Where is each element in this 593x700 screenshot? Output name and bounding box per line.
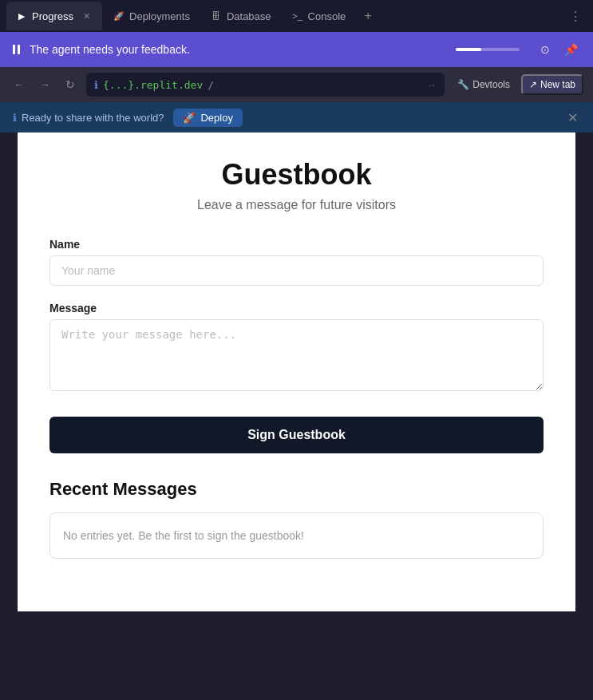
deploy-button-label: Deploy: [200, 112, 232, 124]
deploy-bar-close-button[interactable]: ✕: [564, 109, 580, 125]
address-info-icon: ℹ: [94, 79, 98, 91]
page-title: Guestbook: [49, 158, 544, 192]
empty-state-text: No entries yet. Be the first to sign the…: [63, 529, 304, 542]
forward-button[interactable]: →: [35, 75, 54, 94]
agent-feedback-bar: The agent needs your feedback. ⊙ 📌: [0, 32, 593, 67]
message-input[interactable]: [49, 319, 544, 391]
add-tab-button[interactable]: +: [357, 5, 379, 27]
address-forward-icon: →: [426, 79, 437, 91]
deployments-tab-icon: 🚀: [113, 10, 125, 22]
deploy-bar: ℹ Ready to share with the world? 🚀 Deplo…: [0, 102, 593, 132]
deploy-info: ℹ Ready to share with the world?: [13, 112, 164, 124]
more-tabs-button[interactable]: ⋮: [564, 5, 587, 27]
message-form-group: Message: [49, 302, 544, 394]
deploy-button[interactable]: 🚀 Deploy: [173, 109, 242, 127]
agent-history-icon[interactable]: ⊙: [536, 40, 555, 59]
empty-state-message: No entries yet. Be the first to sign the…: [49, 512, 544, 559]
agent-progress-fill: [456, 48, 481, 51]
database-tab-icon: 🗄: [211, 10, 222, 22]
tab-deployments[interactable]: 🚀 Deployments: [104, 2, 200, 30]
tab-progress[interactable]: ▶ Progress ✕: [6, 2, 102, 30]
browser-chrome: ← → ↻ ℹ {...}.replit.dev / → 🔧 Devtools …: [0, 67, 593, 102]
new-tab-icon: ↗: [529, 79, 537, 90]
name-label: Name: [49, 238, 544, 251]
tab-progress-close[interactable]: ✕: [80, 10, 93, 22]
new-tab-label: New tab: [540, 79, 575, 90]
agent-progress-bar: [456, 48, 520, 51]
page-subtitle: Leave a message for future visitors: [49, 198, 544, 212]
devtools-label: Devtools: [472, 79, 510, 90]
deploy-info-icon: ℹ: [13, 112, 17, 124]
address-bar[interactable]: ℹ {...}.replit.dev / →: [86, 73, 445, 97]
agent-pin-icon[interactable]: 📌: [561, 40, 580, 59]
agent-feedback-text: The agent needs your feedback.: [30, 43, 440, 56]
new-tab-button[interactable]: ↗ New tab: [521, 74, 583, 95]
progress-tab-icon: ▶: [16, 10, 27, 22]
tab-progress-label: Progress: [32, 10, 73, 22]
devtools-icon: 🔧: [457, 79, 469, 90]
name-form-group: Name: [49, 238, 544, 286]
recent-messages-title: Recent Messages: [49, 479, 544, 500]
console-tab-icon: >_: [292, 10, 303, 22]
refresh-button[interactable]: ↻: [61, 75, 80, 94]
agent-pause-control[interactable]: [13, 45, 20, 54]
pause-icon: [13, 45, 20, 54]
message-label: Message: [49, 302, 544, 314]
agent-action-icons: ⊙ 📌: [536, 40, 580, 59]
sign-guestbook-button[interactable]: Sign Guestbook: [49, 417, 544, 453]
browser-actions: 🔧 Devtools ↗ New tab: [451, 74, 583, 95]
address-url: {...}.replit.dev: [103, 79, 203, 91]
tab-database-label: Database: [227, 10, 271, 22]
address-slash: /: [208, 79, 214, 91]
devtools-button[interactable]: 🔧 Devtools: [451, 76, 516, 93]
tab-database[interactable]: 🗄 Database: [201, 2, 281, 30]
main-content: Guestbook Leave a message for future vis…: [18, 132, 575, 611]
tab-bar: ▶ Progress ✕ 🚀 Deployments 🗄 Database >_…: [0, 0, 593, 32]
deploy-info-text: Ready to share with the world?: [22, 112, 164, 124]
tab-console-label: Console: [308, 10, 346, 22]
recent-messages-section: Recent Messages No entries yet. Be the f…: [49, 479, 544, 559]
name-input[interactable]: [49, 255, 544, 286]
back-button[interactable]: ←: [10, 75, 29, 94]
tab-deployments-label: Deployments: [129, 10, 190, 22]
tab-console[interactable]: >_ Console: [283, 2, 356, 30]
deploy-button-icon: 🚀: [183, 112, 196, 124]
